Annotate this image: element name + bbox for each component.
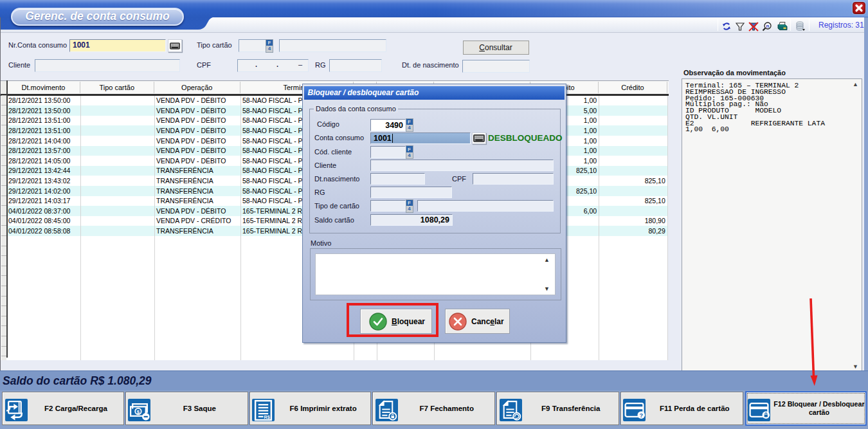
- svg-text:?: ?: [639, 412, 643, 418]
- svg-text:$: $: [137, 408, 140, 414]
- svg-text:n: n: [766, 23, 770, 29]
- svg-text:R$: R$: [264, 414, 270, 419]
